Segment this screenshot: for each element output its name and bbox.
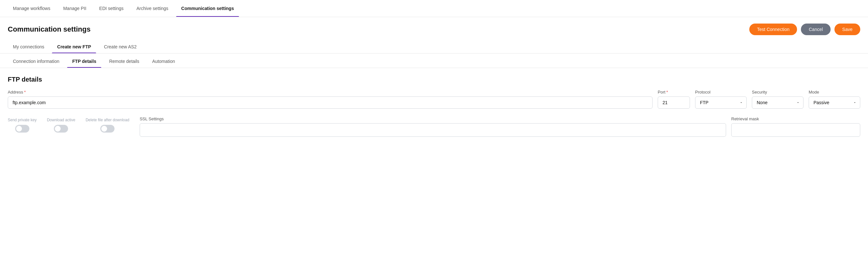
tab-ftp-details[interactable]: FTP details <box>67 55 101 68</box>
download-active-label: Download active <box>47 118 75 122</box>
mode-label: Mode <box>809 90 860 94</box>
toggles-group: Send private key Download active Delete … <box>8 116 129 132</box>
nav-manage-workflows[interactable]: Manage workflows <box>8 0 56 17</box>
toggles-container: Send private key Download active Delete … <box>8 116 129 132</box>
address-input[interactable] <box>8 96 653 109</box>
ssl-field-group: SSL Settings <box>140 116 726 137</box>
address-field-group: Address * <box>8 90 653 109</box>
port-field-group: Port * <box>658 90 690 109</box>
subnav-my-connections[interactable]: My connections <box>8 40 49 53</box>
tab-remote-details[interactable]: Remote details <box>104 55 144 68</box>
address-label: Address * <box>8 90 653 94</box>
subnav-create-new-as2[interactable]: Create new AS2 <box>99 40 142 53</box>
header-actions: Test Connection Cancel Save <box>749 24 860 35</box>
tab-connection-information[interactable]: Connection information <box>8 55 64 68</box>
page-header: Communication settings Test Connection C… <box>0 17 868 40</box>
send-private-key-label: Send private key <box>8 118 36 122</box>
delete-file-label: Delete file after download <box>86 118 129 122</box>
form-row-fields: Address * Port * Protocol FTP SFTP FTPS … <box>8 90 860 109</box>
mode-field-group: Mode Passive Active <box>809 90 860 109</box>
delete-file-group: Delete file after download <box>86 118 129 132</box>
send-private-key-group: Send private key <box>8 118 36 132</box>
retrieval-mask-label: Retrieval mask <box>731 116 860 121</box>
nav-communication-settings[interactable]: Communication settings <box>176 0 239 17</box>
security-select[interactable]: None Explicit Implicit <box>752 96 804 109</box>
security-label: Security <box>752 90 804 94</box>
delete-file-toggle[interactable] <box>100 125 115 132</box>
ssl-label: SSL Settings <box>140 116 726 121</box>
port-label: Port * <box>658 90 690 94</box>
retrieval-mask-field-group: Retrieval mask <box>731 116 860 137</box>
subnav-create-new-ftp[interactable]: Create new FTP <box>52 40 96 53</box>
protocol-field-group: Protocol FTP SFTP FTPS <box>695 90 747 109</box>
tab-automation[interactable]: Automation <box>147 55 180 68</box>
save-button[interactable]: Save <box>834 24 860 35</box>
download-active-group: Download active <box>47 118 75 132</box>
section-tabs: Connection information FTP details Remot… <box>0 55 868 68</box>
address-required: * <box>24 90 26 94</box>
nav-edi-settings[interactable]: EDI settings <box>94 0 129 17</box>
protocol-label: Protocol <box>695 90 747 94</box>
port-input[interactable] <box>658 96 690 109</box>
download-active-toggle[interactable] <box>54 125 68 132</box>
section-title: FTP details <box>8 76 860 83</box>
ssl-input[interactable] <box>140 123 726 137</box>
page-title: Communication settings <box>8 25 91 34</box>
retrieval-mask-input[interactable] <box>731 123 860 137</box>
nav-manage-pii[interactable]: Manage PII <box>58 0 92 17</box>
sub-navigation: My connections Create new FTP Create new… <box>0 40 868 54</box>
mode-select[interactable]: Passive Active <box>809 96 860 109</box>
cancel-button[interactable]: Cancel <box>801 24 831 35</box>
send-private-key-toggle[interactable] <box>15 125 29 132</box>
security-field-group: Security None Explicit Implicit <box>752 90 804 109</box>
main-content: FTP details Address * Port * Protocol FT… <box>0 68 868 145</box>
nav-archive-settings[interactable]: Archive settings <box>131 0 174 17</box>
top-navigation: Manage workflows Manage PII EDI settings… <box>0 0 868 17</box>
test-connection-button[interactable]: Test Connection <box>749 24 797 35</box>
port-required: * <box>666 90 668 94</box>
protocol-select[interactable]: FTP SFTP FTPS <box>695 96 747 109</box>
form-row-toggles-ssl: Send private key Download active Delete … <box>8 116 860 137</box>
